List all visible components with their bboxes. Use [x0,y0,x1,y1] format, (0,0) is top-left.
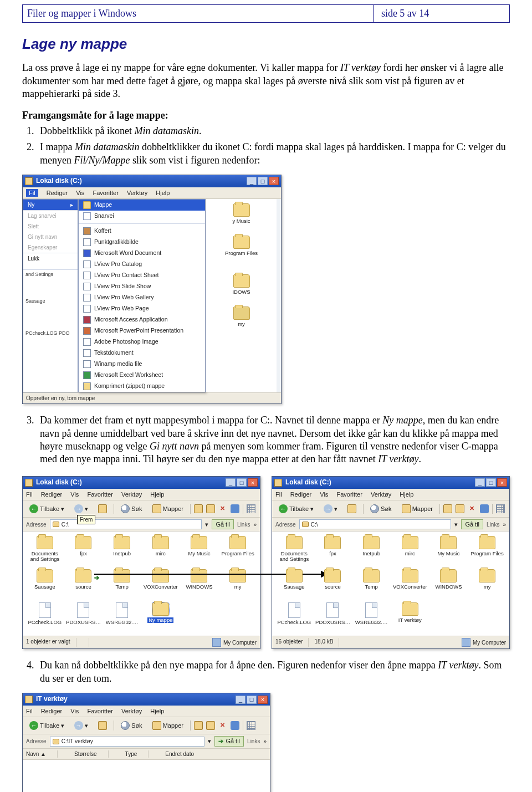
folder-item[interactable]: mirc [143,536,178,565]
close-button[interactable]: × [258,696,268,704]
col-storrelse[interactable]: Størrelse [74,750,109,758]
menubar[interactable]: Fil Rediger Vis Favoritter Verktøy Hjelp [23,706,270,717]
column-headers[interactable]: Navn ▲ Størrelse Type Endret dato [23,749,270,760]
back-button[interactable]: ←Tilbake▾ [26,719,68,732]
menu-favoritter[interactable]: Favoritter [87,491,112,498]
maximize-button[interactable]: □ [237,478,247,487]
back-button[interactable]: ←Tilbake▾ [26,503,68,515]
folder-item[interactable]: Temp [354,569,389,598]
empty-content[interactable] [23,760,270,792]
go-button[interactable]: ➔Gå til [214,736,244,746]
links-label[interactable]: Links [487,521,499,528]
folder-item[interactable]: mirc [392,536,428,565]
minimize-button[interactable]: _ [247,177,257,185]
menu-hjelp[interactable]: Hjelp [150,491,164,498]
menu-fil[interactable]: Fil [275,491,282,498]
undo-icon[interactable] [231,721,239,730]
submenu-item[interactable]: Adobe Photoshop Image [79,336,205,348]
submenu-item[interactable]: LView Pro Contact Sheet [79,270,205,281]
moveto-icon[interactable] [443,504,452,513]
views-icon[interactable] [247,504,255,513]
moveto-icon[interactable] [194,721,203,730]
folders-button[interactable]: Mapper [398,503,436,515]
menu-fil[interactable]: Fil [26,708,33,714]
submenu-item[interactable]: Microsoft Word Document [79,248,205,259]
submenu-item[interactable]: LView Pro Web Page [79,303,205,314]
menu-rediger[interactable]: Rediger [290,491,312,498]
menu-verktoy[interactable]: Verktøy [371,491,391,498]
folder-item[interactable]: fpx [66,536,101,565]
folders-button[interactable]: Mapper [149,719,187,732]
col-navn[interactable]: Navn ▲ [26,750,58,758]
folder-item[interactable]: WINDOWS [431,569,467,598]
submenu-item[interactable]: Komprimert (zippet) mappe [79,381,205,392]
folder-item[interactable]: My Music [182,536,217,565]
folder-item[interactable]: Program Files [469,536,505,565]
address-field[interactable]: C:\IT verktøy [50,737,205,747]
menu-fil[interactable]: Fil [26,189,38,197]
submenu-item[interactable]: Winamp media file [79,359,205,370]
menu-favoritter[interactable]: Favoritter [336,491,362,498]
minimize-button[interactable]: _ [236,696,245,704]
menu-hjelp[interactable]: Hjelp [150,708,164,714]
copyto-icon[interactable] [456,504,464,513]
menu-fil[interactable]: Fil [26,491,33,498]
submenu-item[interactable]: LView Pro Slide Show [79,281,205,292]
menu-vis[interactable]: Vis [70,708,79,714]
delete-icon[interactable]: ✕ [218,504,227,513]
menu-hjelp[interactable]: Hjelp [400,491,413,498]
close-button[interactable]: × [269,177,279,185]
window-titlebar[interactable]: Lokal disk (C:) _□× [23,477,260,489]
minimize-button[interactable]: _ [475,478,485,487]
delete-icon[interactable]: ✕ [468,504,477,513]
submenu-item[interactable]: Microsoft Excel Worksheet [79,370,205,381]
menu-vis[interactable]: Vis [76,190,84,196]
file-item[interactable]: PCcheck.LOG [27,602,63,631]
folder-item[interactable]: my [469,569,505,598]
close-button[interactable]: × [248,478,258,487]
col-endret[interactable]: Endret dato [165,750,205,758]
menu-verktoy[interactable]: Verktøy [121,491,142,498]
window-titlebar[interactable]: Lokal disk (C:) _ □ × [23,175,281,187]
forward-button[interactable]: →▾ [71,719,91,732]
search-button[interactable]: Søk [367,503,395,515]
close-button[interactable]: × [497,478,507,487]
submenu-item[interactable]: Tekstdokument [79,348,205,359]
menu-favoritter[interactable]: Favoritter [87,708,112,714]
folder-item[interactable]: Inetpub [104,536,140,565]
copyto-icon[interactable] [206,504,215,513]
maximize-button[interactable]: □ [486,478,496,487]
up-button[interactable] [344,503,360,515]
go-button[interactable]: ➔Gå til [461,519,483,529]
col-type[interactable]: Type [125,750,149,758]
menu-rediger[interactable]: Rediger [41,491,63,498]
maximize-button[interactable]: □ [247,696,257,704]
menu-item-lukk[interactable]: Lukk [23,253,78,264]
links-label[interactable]: Links [247,738,260,745]
folder-item[interactable]: Program Files [220,536,255,565]
folder-content[interactable]: Documents and Settings fpx Inetpub mirc … [23,532,260,636]
menu-verktoy[interactable]: Verktøy [127,190,147,196]
forward-button[interactable]: →▾ [320,503,341,515]
search-button[interactable]: Søk [117,719,146,732]
undo-icon[interactable] [480,504,489,513]
submenu-item[interactable]: Koffert [79,226,205,237]
file-item[interactable]: PDOXUSRS… [66,602,101,631]
it-verktoy-folder[interactable]: IT verktøy [392,602,428,631]
menu-verktoy[interactable]: Verktøy [121,708,142,714]
file-item[interactable]: WSREG32.… [104,602,140,631]
menubar[interactable]: Fil Rediger Vis Favoritter Verktøy Hjelp [272,489,509,500]
maximize-button[interactable]: □ [258,177,268,185]
menu-rediger[interactable]: Rediger [41,708,63,714]
links-label[interactable]: Links [237,521,250,528]
up-button[interactable] [95,719,110,732]
address-field[interactable]: C:\ [50,519,202,529]
folder-content[interactable]: Documents and Settings fpx Inetpub mirc … [272,532,509,636]
go-button[interactable]: ➔Gå til [212,519,234,529]
submenu-item[interactable]: Microsoft Access Application [79,314,205,325]
address-field[interactable]: C:\ [299,519,452,529]
submenu-snarvei[interactable]: Snarvei [79,211,205,222]
submenu-mappe[interactable]: Mappe [79,200,205,211]
menu-item-ny[interactable]: Ny▸ [23,200,78,210]
file-item[interactable]: PDOXUSRS… [315,602,351,631]
